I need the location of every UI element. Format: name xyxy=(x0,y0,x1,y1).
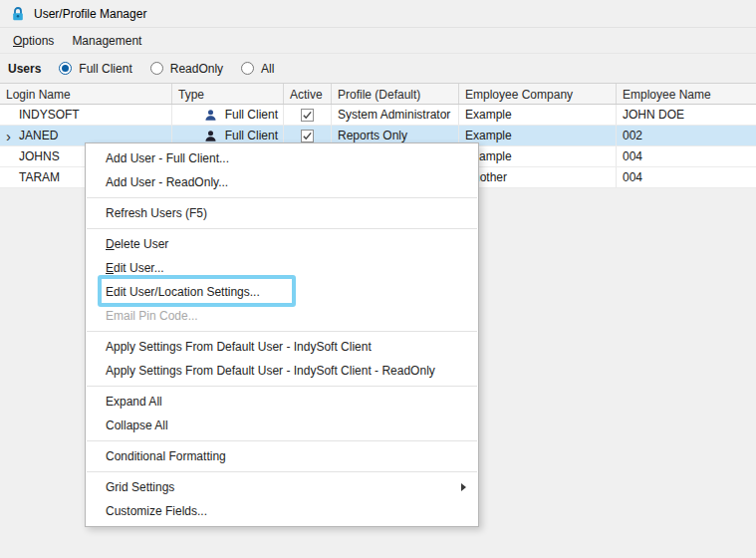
menu-separator xyxy=(87,197,477,198)
user-type: Full Client xyxy=(225,108,278,122)
company-cell: Example xyxy=(459,126,617,145)
users-filter: Users Full Client ReadOnly All xyxy=(0,54,756,83)
user-type: Full Client xyxy=(225,129,278,142)
submenu-arrow-icon xyxy=(461,483,466,491)
menu-item-collapse-all[interactable]: Collapse All xyxy=(86,414,478,437)
users-label: Users xyxy=(8,62,41,76)
employee-cell: 004 xyxy=(617,146,756,166)
menu-item-edit-user-location-settings[interactable]: Edit User/Location Settings... xyxy=(86,280,478,304)
radio-all[interactable]: All xyxy=(241,62,274,76)
menu-item-apply-settings-indysoft-client[interactable]: Apply Settings From Default User - IndyS… xyxy=(86,335,478,359)
context-menu: Add User - Full Client... Add User - Rea… xyxy=(85,142,479,527)
menu-item-customize-fields[interactable]: Customize Fields... xyxy=(86,499,478,523)
radio-readonly[interactable]: ReadOnly xyxy=(150,62,223,76)
radio-label: All xyxy=(261,62,274,76)
radio-icon xyxy=(150,62,163,75)
menu-separator xyxy=(87,331,477,332)
login-name: JANED xyxy=(19,129,58,142)
profile-cell: System Administrator xyxy=(332,105,459,125)
login-name: TARAM xyxy=(19,170,60,184)
titlebar: User/Profile Manager xyxy=(0,0,756,28)
column-header-profile-default[interactable]: Profile (Default) xyxy=(332,84,459,104)
column-header-active[interactable]: Active xyxy=(284,84,332,104)
login-name: INDYSOFT xyxy=(19,108,80,122)
login-name: JOHNS xyxy=(19,149,60,163)
user-icon xyxy=(204,130,217,142)
column-header-login-name[interactable]: Login Name xyxy=(0,84,172,104)
menu-item-add-user-full-client[interactable]: Add User - Full Client... xyxy=(86,146,478,170)
table-row[interactable]: INDYSOFT Full Client System Administrato… xyxy=(0,105,756,126)
company-cell: Example xyxy=(459,146,617,166)
radio-icon xyxy=(241,62,254,75)
menu-item-apply-settings-indysoft-client-readonly[interactable]: Apply Settings From Default User - IndyS… xyxy=(86,359,478,383)
menu-separator xyxy=(87,386,477,387)
radio-full-client[interactable]: Full Client xyxy=(59,62,131,76)
column-header-employee-company[interactable]: Employee Company xyxy=(459,84,617,104)
menu-separator xyxy=(87,440,477,441)
menubar: Options Management xyxy=(0,28,756,54)
employee-cell: 004 xyxy=(617,167,756,187)
user-icon xyxy=(204,109,217,122)
menu-item-add-user-readonly[interactable]: Add User - ReadOnly... xyxy=(86,170,478,194)
menu-item-grid-settings[interactable]: Grid Settings xyxy=(86,475,478,499)
column-header-type[interactable]: Type xyxy=(172,84,284,104)
check-icon xyxy=(302,110,313,121)
employee-cell: JOHN DOE xyxy=(617,105,756,125)
menu-item-delete-user[interactable]: Delete User xyxy=(86,232,478,256)
radio-label: ReadOnly xyxy=(170,62,223,76)
menu-item-refresh-users[interactable]: Refresh Users (F5) xyxy=(86,201,478,225)
radio-label: Full Client xyxy=(79,62,131,76)
company-cell: Another xyxy=(459,167,617,187)
check-icon xyxy=(302,131,313,141)
menu-item-email-pin-code: Email Pin Code... xyxy=(86,304,478,328)
radio-icon xyxy=(59,62,72,75)
menu-separator xyxy=(87,228,477,229)
menu-item-conditional-formatting[interactable]: Conditional Formatting xyxy=(86,444,478,468)
window-title: User/Profile Manager xyxy=(34,7,146,21)
employee-cell: 002 xyxy=(617,126,756,145)
menu-options[interactable]: Options xyxy=(4,28,63,53)
active-checkbox[interactable] xyxy=(301,109,314,122)
user-profile-manager-window: User/Profile Manager Options Management … xyxy=(0,0,756,558)
lock-icon xyxy=(10,6,26,22)
selected-row-arrow-icon: › xyxy=(6,130,19,142)
company-cell: Example xyxy=(459,105,617,125)
column-header-employee-name[interactable]: Employee Name xyxy=(617,84,756,104)
menu-item-expand-all[interactable]: Expand All xyxy=(86,390,478,414)
grid-header-row: Login Name Type Active Profile (Default)… xyxy=(0,83,756,105)
menu-item-edit-user[interactable]: Edit User... xyxy=(86,256,478,280)
active-checkbox[interactable] xyxy=(301,130,314,142)
menu-management[interactable]: Management xyxy=(63,28,150,53)
menu-separator xyxy=(87,471,477,472)
